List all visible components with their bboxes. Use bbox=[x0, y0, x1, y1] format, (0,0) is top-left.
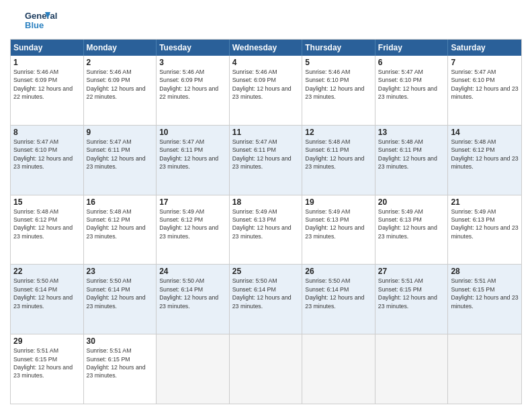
cell-info: Sunrise: 5:51 AMSunset: 6:15 PMDaylight:… bbox=[451, 277, 518, 309]
cell-info: Sunrise: 5:47 AMSunset: 6:11 PMDaylight:… bbox=[159, 138, 218, 170]
day-number: 25 bbox=[232, 267, 300, 276]
cell-info: Sunrise: 5:47 AMSunset: 6:11 PMDaylight:… bbox=[87, 138, 146, 170]
cell-info: Sunrise: 5:47 AMSunset: 6:10 PMDaylight:… bbox=[13, 138, 73, 170]
cell-info: Sunrise: 5:51 AMSunset: 6:15 PMDaylight:… bbox=[87, 347, 146, 379]
day-cell-17: 17 Sunrise: 5:49 AMSunset: 6:12 PMDaylig… bbox=[157, 195, 230, 265]
day-number: 14 bbox=[451, 128, 519, 137]
day-cell-16: 16 Sunrise: 5:48 AMSunset: 6:12 PMDaylig… bbox=[84, 195, 157, 265]
day-cell-28: 28 Sunrise: 5:51 AMSunset: 6:15 PMDaylig… bbox=[448, 265, 521, 334]
cell-info: Sunrise: 5:48 AMSunset: 6:11 PMDaylight:… bbox=[378, 138, 437, 170]
day-number: 17 bbox=[159, 197, 226, 207]
page: General Blue SundayMondayTuesdayWednesda… bbox=[0, 0, 532, 411]
header-day-sunday: Sunday bbox=[11, 40, 84, 56]
cell-info: Sunrise: 5:49 AMSunset: 6:13 PMDaylight:… bbox=[378, 208, 437, 240]
calendar-header: SundayMondayTuesdayWednesdayThursdayFrid… bbox=[11, 40, 521, 56]
cell-info: Sunrise: 5:48 AMSunset: 6:12 PMDaylight:… bbox=[87, 208, 146, 240]
day-cell-24: 24 Sunrise: 5:50 AMSunset: 6:14 PMDaylig… bbox=[157, 265, 230, 334]
calendar-row-2: 15 Sunrise: 5:48 AMSunset: 6:12 PMDaylig… bbox=[11, 195, 521, 265]
day-number: 10 bbox=[159, 128, 226, 137]
cell-info: Sunrise: 5:46 AMSunset: 6:10 PMDaylight:… bbox=[305, 68, 364, 100]
day-number: 9 bbox=[87, 128, 154, 137]
empty-cell bbox=[157, 334, 230, 404]
cell-info: Sunrise: 5:48 AMSunset: 6:12 PMDaylight:… bbox=[13, 208, 73, 240]
cell-info: Sunrise: 5:50 AMSunset: 6:14 PMDaylight:… bbox=[159, 277, 218, 309]
day-number: 3 bbox=[159, 58, 226, 67]
cell-info: Sunrise: 5:46 AMSunset: 6:09 PMDaylight:… bbox=[159, 68, 218, 100]
calendar-row-1: 8 Sunrise: 5:47 AMSunset: 6:10 PMDayligh… bbox=[11, 125, 521, 195]
empty-cell bbox=[230, 334, 303, 404]
day-cell-11: 11 Sunrise: 5:47 AMSunset: 6:11 PMDaylig… bbox=[230, 126, 303, 195]
cell-info: Sunrise: 5:46 AMSunset: 6:09 PMDaylight:… bbox=[87, 68, 146, 100]
day-number: 13 bbox=[378, 128, 445, 137]
cell-info: Sunrise: 5:49 AMSunset: 6:13 PMDaylight:… bbox=[451, 208, 518, 240]
empty-cell bbox=[375, 334, 449, 404]
header-day-friday: Friday bbox=[375, 40, 449, 56]
day-cell-10: 10 Sunrise: 5:47 AMSunset: 6:11 PMDaylig… bbox=[157, 126, 230, 195]
day-number: 20 bbox=[378, 197, 445, 207]
day-number: 19 bbox=[305, 197, 372, 207]
day-cell-1: 1 Sunrise: 5:46 AMSunset: 6:09 PMDayligh… bbox=[11, 56, 84, 125]
svg-text:Blue: Blue bbox=[25, 20, 44, 30]
day-number: 7 bbox=[451, 58, 519, 67]
calendar: SundayMondayTuesdayWednesdayThursdayFrid… bbox=[10, 39, 522, 404]
day-cell-27: 27 Sunrise: 5:51 AMSunset: 6:15 PMDaylig… bbox=[375, 265, 449, 334]
day-number: 11 bbox=[232, 128, 300, 137]
cell-info: Sunrise: 5:47 AMSunset: 6:10 PMDaylight:… bbox=[378, 68, 437, 100]
cell-info: Sunrise: 5:49 AMSunset: 6:13 PMDaylight:… bbox=[232, 208, 292, 240]
day-number: 18 bbox=[232, 197, 300, 207]
header-day-wednesday: Wednesday bbox=[230, 40, 303, 56]
cell-info: Sunrise: 5:48 AMSunset: 6:11 PMDaylight:… bbox=[305, 138, 364, 170]
day-cell-5: 5 Sunrise: 5:46 AMSunset: 6:10 PMDayligh… bbox=[302, 56, 375, 125]
day-number: 27 bbox=[378, 267, 445, 276]
cell-info: Sunrise: 5:50 AMSunset: 6:14 PMDaylight:… bbox=[13, 277, 73, 309]
day-number: 4 bbox=[232, 58, 300, 67]
day-cell-19: 19 Sunrise: 5:49 AMSunset: 6:13 PMDaylig… bbox=[302, 195, 375, 265]
day-cell-15: 15 Sunrise: 5:48 AMSunset: 6:12 PMDaylig… bbox=[11, 195, 84, 265]
day-cell-6: 6 Sunrise: 5:47 AMSunset: 6:10 PMDayligh… bbox=[375, 56, 449, 125]
day-number: 2 bbox=[87, 58, 154, 67]
day-number: 24 bbox=[159, 267, 226, 276]
header: General Blue bbox=[10, 7, 522, 34]
day-cell-26: 26 Sunrise: 5:50 AMSunset: 6:14 PMDaylig… bbox=[302, 265, 375, 334]
day-number: 28 bbox=[451, 267, 519, 276]
cell-info: Sunrise: 5:50 AMSunset: 6:14 PMDaylight:… bbox=[232, 277, 292, 309]
day-cell-8: 8 Sunrise: 5:47 AMSunset: 6:10 PMDayligh… bbox=[11, 126, 84, 195]
cell-info: Sunrise: 5:50 AMSunset: 6:14 PMDaylight:… bbox=[305, 277, 364, 309]
day-number: 12 bbox=[305, 128, 372, 137]
header-day-thursday: Thursday bbox=[302, 40, 375, 56]
empty-cell bbox=[448, 334, 521, 404]
day-cell-13: 13 Sunrise: 5:48 AMSunset: 6:11 PMDaylig… bbox=[375, 126, 449, 195]
day-cell-22: 22 Sunrise: 5:50 AMSunset: 6:14 PMDaylig… bbox=[11, 265, 84, 334]
day-cell-14: 14 Sunrise: 5:48 AMSunset: 6:12 PMDaylig… bbox=[448, 126, 521, 195]
header-day-tuesday: Tuesday bbox=[157, 40, 230, 56]
cell-info: Sunrise: 5:47 AMSunset: 6:11 PMDaylight:… bbox=[232, 138, 292, 170]
calendar-body: 1 Sunrise: 5:46 AMSunset: 6:09 PMDayligh… bbox=[11, 56, 521, 404]
day-cell-2: 2 Sunrise: 5:46 AMSunset: 6:09 PMDayligh… bbox=[84, 56, 157, 125]
day-cell-21: 21 Sunrise: 5:49 AMSunset: 6:13 PMDaylig… bbox=[448, 195, 521, 265]
day-number: 29 bbox=[13, 336, 81, 346]
cell-info: Sunrise: 5:49 AMSunset: 6:12 PMDaylight:… bbox=[159, 208, 218, 240]
cell-info: Sunrise: 5:51 AMSunset: 6:15 PMDaylight:… bbox=[378, 277, 437, 309]
day-cell-20: 20 Sunrise: 5:49 AMSunset: 6:13 PMDaylig… bbox=[375, 195, 449, 265]
calendar-row-3: 22 Sunrise: 5:50 AMSunset: 6:14 PMDaylig… bbox=[11, 264, 521, 334]
day-cell-7: 7 Sunrise: 5:47 AMSunset: 6:10 PMDayligh… bbox=[448, 56, 521, 125]
empty-cell bbox=[302, 334, 375, 404]
day-cell-4: 4 Sunrise: 5:46 AMSunset: 6:09 PMDayligh… bbox=[230, 56, 303, 125]
day-cell-25: 25 Sunrise: 5:50 AMSunset: 6:14 PMDaylig… bbox=[230, 265, 303, 334]
cell-info: Sunrise: 5:47 AMSunset: 6:10 PMDaylight:… bbox=[451, 68, 518, 100]
cell-info: Sunrise: 5:51 AMSunset: 6:15 PMDaylight:… bbox=[13, 347, 73, 379]
day-number: 22 bbox=[13, 267, 81, 276]
day-cell-30: 30 Sunrise: 5:51 AMSunset: 6:15 PMDaylig… bbox=[84, 334, 157, 404]
cell-info: Sunrise: 5:46 AMSunset: 6:09 PMDaylight:… bbox=[232, 68, 292, 100]
day-cell-3: 3 Sunrise: 5:46 AMSunset: 6:09 PMDayligh… bbox=[157, 56, 230, 125]
day-number: 8 bbox=[13, 128, 81, 137]
day-cell-9: 9 Sunrise: 5:47 AMSunset: 6:11 PMDayligh… bbox=[84, 126, 157, 195]
cell-info: Sunrise: 5:48 AMSunset: 6:12 PMDaylight:… bbox=[451, 138, 518, 170]
day-cell-12: 12 Sunrise: 5:48 AMSunset: 6:11 PMDaylig… bbox=[302, 126, 375, 195]
logo: General Blue bbox=[10, 7, 64, 34]
day-number: 1 bbox=[13, 58, 81, 67]
day-number: 5 bbox=[305, 58, 372, 67]
day-cell-18: 18 Sunrise: 5:49 AMSunset: 6:13 PMDaylig… bbox=[230, 195, 303, 265]
day-number: 6 bbox=[378, 58, 445, 67]
day-number: 15 bbox=[13, 197, 81, 207]
